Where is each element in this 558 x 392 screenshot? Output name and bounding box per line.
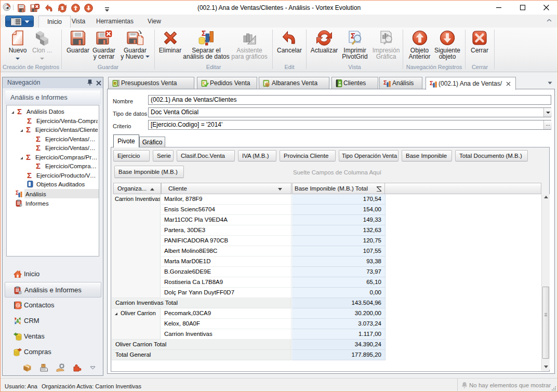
svg-text:Σ: Σ: [16, 190, 19, 196]
svg-text:Σ: Σ: [26, 153, 31, 160]
svg-text:Σ: Σ: [36, 135, 41, 142]
svg-text:Σ: Σ: [430, 80, 433, 86]
svg-text:Σ: Σ: [17, 107, 22, 115]
svg-text:Σ: Σ: [26, 126, 31, 133]
svg-text:Σ: Σ: [383, 79, 387, 86]
svg-text:Σ: Σ: [36, 162, 41, 169]
svg-text:Σ: Σ: [36, 144, 41, 151]
svg-text:Σ: Σ: [27, 171, 32, 179]
svg-text:€: €: [114, 82, 116, 85]
svg-text:Σ: Σ: [27, 117, 32, 124]
svg-text:Σ: Σ: [202, 30, 206, 37]
